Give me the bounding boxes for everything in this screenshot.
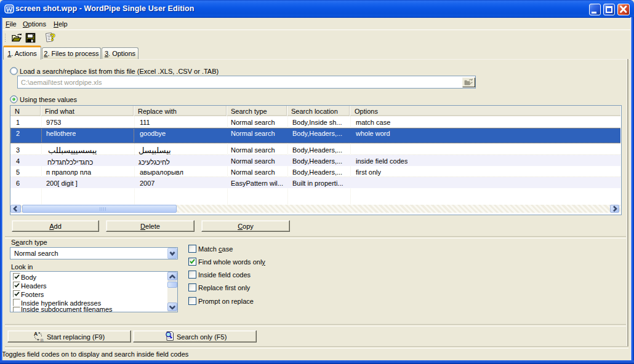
svg-text:?: ? xyxy=(50,31,56,43)
svg-text:A: A xyxy=(34,331,38,337)
svg-text:B: B xyxy=(41,338,44,342)
